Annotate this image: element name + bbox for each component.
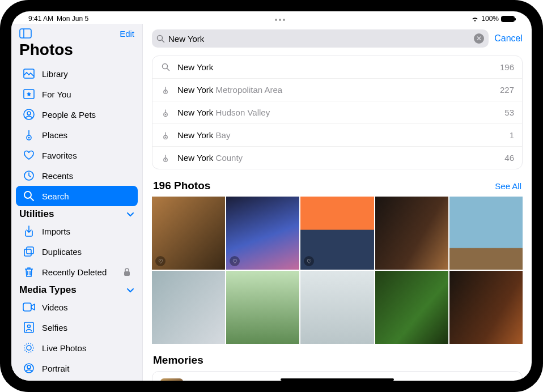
search-suggestion[interactable]: New York Bay1	[152, 124, 522, 147]
sidebar-item-recently-deleted[interactable]: Recently Deleted	[16, 262, 138, 282]
videos-icon	[23, 301, 35, 313]
suggestion-sub: County	[213, 153, 243, 163]
cancel-button[interactable]: Cancel	[494, 33, 523, 44]
search-icon	[160, 63, 171, 71]
svg-point-26	[162, 64, 167, 69]
photo-thumbnail[interactable]: ♡	[152, 197, 225, 270]
svg-point-7	[28, 137, 30, 139]
see-all-button[interactable]: See All	[495, 181, 521, 191]
sidebar-item-label: Duplicates	[42, 247, 82, 257]
sidebar-section-utilities[interactable]: Utilities	[19, 208, 54, 220]
svg-rect-13	[27, 247, 33, 254]
sidebar-item-people-pets[interactable]: People & Pets	[16, 104, 138, 125]
battery-percent: 100%	[481, 15, 499, 23]
sidebar-item-imports[interactable]: Imports	[16, 221, 138, 241]
sidebar-item-label: Search	[42, 191, 69, 201]
imports-icon	[23, 225, 35, 237]
results-heading: 196 Photos	[153, 180, 210, 192]
svg-point-20	[27, 346, 31, 350]
place-pin-icon	[160, 86, 171, 95]
sidebar-item-recents[interactable]: Recents	[16, 165, 138, 186]
suggestion-main: New York	[177, 130, 213, 140]
svg-rect-0	[20, 29, 31, 38]
svg-point-35	[165, 137, 166, 138]
photo-thumbnail[interactable]	[449, 197, 523, 270]
sidebar-item-label: Recents	[42, 171, 73, 181]
sidebar-item-label: Imports	[42, 227, 70, 236]
svg-rect-16	[124, 271, 130, 276]
memories-heading: Memories	[153, 354, 203, 367]
multitask-dots-icon[interactable]	[272, 19, 289, 21]
wifi-icon	[471, 16, 479, 22]
battery-icon	[501, 16, 515, 22]
sidebar-item-library[interactable]: Library	[16, 63, 138, 84]
chevron-down-icon[interactable]	[126, 211, 134, 217]
live-photos-icon	[23, 342, 35, 354]
place-pin-icon	[160, 108, 171, 117]
suggestion-count: 227	[500, 85, 514, 95]
sidebar-item-label: Places	[42, 130, 67, 140]
svg-point-19	[28, 325, 31, 328]
sidebar-item-label: Live Photos	[42, 343, 86, 353]
sidebar-item-places[interactable]: Places	[16, 125, 138, 145]
svg-point-29	[165, 91, 166, 92]
sidebar-item-videos[interactable]: Videos	[16, 297, 138, 317]
main-area: New York ✕ Cancel New York196New York Me…	[143, 24, 532, 381]
edit-button[interactable]: Edit	[120, 29, 134, 39]
place-pin-icon	[160, 131, 171, 140]
places-icon	[23, 129, 35, 141]
photo-thumbnail[interactable]	[300, 271, 374, 344]
search-input[interactable]: New York ✕	[152, 29, 489, 48]
sidebar-item-label: Favorites	[42, 151, 77, 160]
photo-thumbnail[interactable]	[226, 271, 299, 344]
sidebar-section-media[interactable]: Media Types	[19, 284, 77, 296]
sidebar-item-favorites[interactable]: Favorites	[16, 145, 138, 165]
sidebar-item-selfies[interactable]: Selfies	[16, 317, 138, 338]
search-suggestion[interactable]: New York Metropolitan Area227	[152, 79, 522, 101]
portrait-icon	[23, 362, 35, 374]
for-you-icon	[23, 88, 35, 100]
sidebar-item-label: Videos	[42, 302, 68, 312]
photo-thumbnail[interactable]	[449, 271, 523, 344]
svg-point-21	[24, 343, 33, 352]
search-suggestion[interactable]: New York County46	[152, 147, 522, 169]
photo-thumbnail[interactable]: ♡	[226, 197, 299, 270]
chevron-down-icon[interactable]	[126, 287, 134, 293]
photo-thumbnail[interactable]	[152, 271, 225, 344]
svg-point-24	[158, 35, 163, 40]
photo-thumbnail[interactable]	[375, 271, 448, 344]
search-suggestions: New York196New York Metropolitan Area227…	[152, 56, 523, 169]
suggestion-main: New York	[177, 62, 213, 72]
suggestion-count: 196	[500, 62, 514, 72]
sidebar-item-portrait[interactable]: Portrait	[16, 358, 138, 378]
sidebar-item-for-you[interactable]: For You	[16, 84, 138, 104]
clear-icon[interactable]: ✕	[474, 33, 484, 44]
suggestion-main: New York	[177, 85, 213, 95]
search-suggestion[interactable]: New York196	[152, 56, 522, 79]
people-pets-icon	[23, 108, 35, 121]
search-icon	[23, 190, 35, 202]
search-suggestion[interactable]: New York Hudson Valley53	[152, 101, 522, 124]
recently-deleted-icon	[23, 266, 35, 278]
sidebar-item-live-photos[interactable]: Live Photos	[16, 338, 138, 358]
status-date: Mon Jun 5	[57, 15, 88, 23]
svg-point-32	[165, 114, 166, 115]
suggestion-count: 1	[510, 130, 514, 140]
suggestion-sub: Hudson Valley	[213, 108, 270, 117]
lock-icon	[123, 267, 131, 276]
status-time: 9:41 AM	[28, 15, 53, 23]
sidebar: Edit Photos LibraryFor YouPeople & PetsP…	[11, 24, 143, 381]
sidebar-item-duplicates[interactable]: Duplicates	[16, 241, 138, 262]
sidebar-item-label: Portrait	[42, 364, 69, 373]
photo-thumbnail[interactable]	[375, 197, 448, 270]
sidebar-item-search[interactable]: Search	[16, 186, 138, 206]
svg-rect-17	[23, 303, 31, 311]
library-icon	[23, 67, 35, 80]
photo-thumbnail[interactable]: ♡	[300, 197, 374, 270]
home-indicator[interactable]	[281, 378, 394, 381]
memory-thumbnail	[160, 378, 183, 381]
sidebar-toggle-icon[interactable]	[19, 28, 32, 39]
app-title: Photos	[11, 39, 142, 63]
suggestion-sub: Bay	[213, 130, 230, 140]
suggestion-count: 53	[504, 108, 514, 117]
